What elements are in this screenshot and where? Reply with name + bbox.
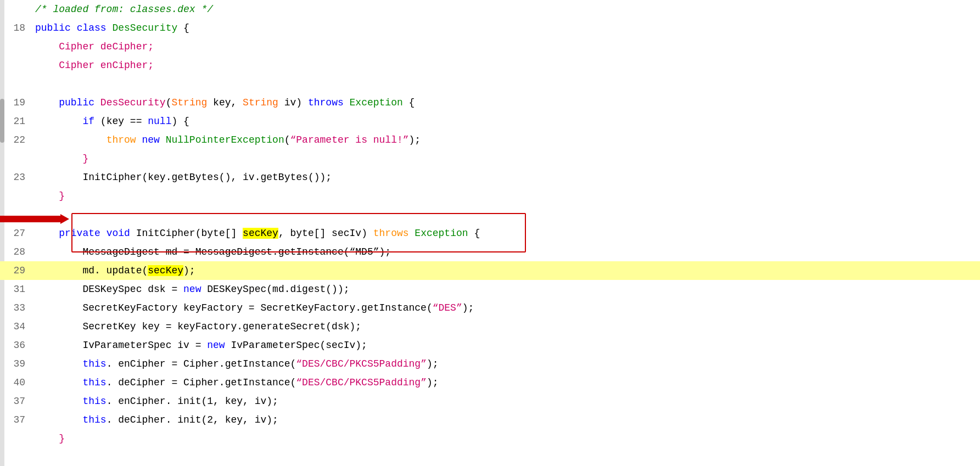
token: new <box>183 284 207 295</box>
code-line: 19 public DesSecurity(String key, String… <box>0 93 980 112</box>
token: , byte[] secIv) <box>278 228 373 239</box>
token: IvParameterSpec(secIv); <box>231 340 367 351</box>
token: ( <box>166 97 172 108</box>
token: secKey <box>148 265 183 276</box>
code-viewer: /* loaded from: classes.dex */ 18public … <box>0 0 980 466</box>
line-number: 37 <box>0 411 33 429</box>
code-line: 21 if (key == null) { <box>0 112 980 131</box>
code-line: 34 SecretKey key = keyFactory.generateSe… <box>0 317 980 336</box>
line-content: public class DesSecurity { <box>33 19 980 37</box>
token: private <box>59 228 106 239</box>
token: String <box>243 97 278 108</box>
token: Cipher enCipher; <box>35 60 154 71</box>
token: ); <box>427 377 439 388</box>
line-number: 39 <box>0 355 33 373</box>
token: String <box>171 97 207 108</box>
token: } <box>35 433 65 444</box>
line-content: this. enCipher. init(1, key, iv); <box>33 392 980 411</box>
code-line <box>0 448 980 466</box>
token: DesSecurity <box>112 23 177 33</box>
token: key, <box>207 97 243 108</box>
token: void <box>107 228 136 239</box>
line-content: SecretKeyFactory keyFactory = SecretKeyF… <box>33 299 980 317</box>
token: Exception <box>350 97 403 108</box>
token: SecretKeyFactory keyFactory = SecretKeyF… <box>35 302 433 313</box>
line-content: IvParameterSpec iv = new IvParameterSpec… <box>33 336 980 355</box>
code-line: } <box>0 187 980 205</box>
token: ); <box>462 302 474 313</box>
token <box>35 116 82 127</box>
line-number: 36 <box>0 336 33 355</box>
token: Cipher deCipher; <box>35 41 154 52</box>
token: . enCipher. init(1, key, iv); <box>107 396 278 407</box>
token: (key == <box>100 116 148 127</box>
line-content: DESKeySpec dsk = new DESKeySpec(md.diges… <box>33 280 980 299</box>
token: { <box>468 228 480 239</box>
code-line <box>0 75 980 93</box>
token <box>35 358 82 369</box>
line-content: Cipher enCipher; <box>33 56 980 75</box>
line-content: } <box>33 187 980 205</box>
token: “Parameter is null!” <box>290 134 409 145</box>
code-line: 36 IvParameterSpec iv = new IvParameterS… <box>0 336 980 355</box>
token: ( <box>284 134 290 145</box>
token: this <box>82 414 106 425</box>
code-line: 18public class DesSecurity { <box>0 19 980 37</box>
token <box>35 134 107 145</box>
line-content: } <box>33 149 980 168</box>
token <box>35 97 59 108</box>
code-line: 40 this. deCipher = Cipher.getInstance(“… <box>0 373 980 392</box>
code-lines: 18public class DesSecurity { Cipher deCi… <box>0 19 980 466</box>
line-number: 34 <box>0 317 33 336</box>
code-line: Cipher deCipher; <box>0 37 980 56</box>
line-number: 18 <box>0 19 33 37</box>
line-number: 29 <box>0 261 33 280</box>
token: md. update( <box>35 265 148 276</box>
line-content: this. enCipher = Cipher.getInstance(“DES… <box>33 355 980 373</box>
token: iv) <box>278 97 308 108</box>
line-content: if (key == null) { <box>33 112 980 131</box>
code-line: 29 md. update(secKey); <box>0 261 980 280</box>
token: null <box>148 116 171 127</box>
code-line: 37 this. enCipher. init(1, key, iv); <box>0 392 980 411</box>
token: DESKeySpec(md.digest()); <box>207 284 349 295</box>
token: throws <box>373 228 415 239</box>
red-arrow-annotation <box>0 214 69 224</box>
code-line: 27 private void InitCipher(byte[] secKey… <box>0 224 980 243</box>
code-line: Cipher enCipher; <box>0 56 980 75</box>
line-content: this. deCipher. init(2, key, iv); <box>33 411 980 429</box>
token <box>35 414 82 425</box>
token: MessageDigest md = MessageDigest.getInst… <box>35 246 391 257</box>
line-content <box>33 75 980 93</box>
code-line: 28 MessageDigest md = MessageDigest.getI… <box>0 243 980 261</box>
token: “DES/CBC/PKCS5Padding” <box>296 377 427 388</box>
code-line: 31 DESKeySpec dsk = new DESKeySpec(md.di… <box>0 280 980 299</box>
code-line: 23 InitCipher(key.getBytes(), iv.getByte… <box>0 168 980 187</box>
code-line <box>0 205 980 224</box>
line-content <box>33 448 980 466</box>
line-number: 31 <box>0 280 33 299</box>
line-number: 27 <box>0 224 33 243</box>
line-number: 21 <box>0 112 33 131</box>
token: secKey <box>243 228 278 239</box>
token: throw <box>107 134 142 145</box>
token: class <box>77 23 113 33</box>
token: NullPointerException <box>166 134 284 145</box>
code-line: } <box>0 429 980 448</box>
token: if <box>82 116 100 127</box>
token: . enCipher = Cipher.getInstance( <box>107 358 296 369</box>
code-line: 39 this. enCipher = Cipher.getInstance(“… <box>0 355 980 373</box>
token <box>35 396 82 407</box>
line-content: md. update(secKey); <box>33 261 980 280</box>
token: . deCipher = Cipher.getInstance( <box>107 377 296 388</box>
token: ); <box>427 358 439 369</box>
token: SecretKey key = keyFactory.generateSecre… <box>35 321 361 332</box>
line-content <box>33 205 980 224</box>
token: public <box>59 97 100 108</box>
token: InitCipher(byte[] <box>136 228 243 239</box>
token: throws <box>308 97 350 108</box>
token: { <box>403 97 415 108</box>
line-number: 23 <box>0 168 33 187</box>
line-content: SecretKey key = keyFactory.generateSecre… <box>33 317 980 336</box>
line-content: public DesSecurity(String key, String iv… <box>33 93 980 112</box>
